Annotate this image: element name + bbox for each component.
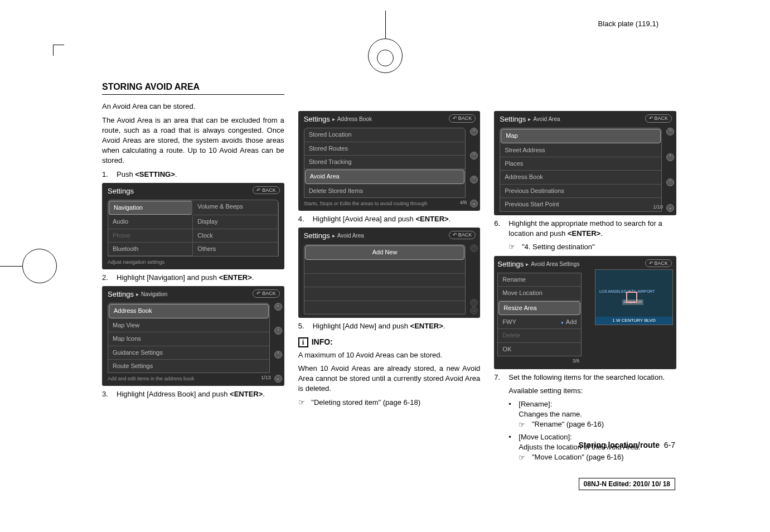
step-number: 4. <box>298 214 307 224</box>
scroll-down-button[interactable]: ˅ <box>274 351 282 359</box>
page-indicator: 3/6 <box>497 356 582 366</box>
nav-menu: Address Book Map View Map Icons Guidance… <box>108 303 270 373</box>
menu-empty <box>304 287 466 301</box>
bullet-icon: • <box>509 432 513 463</box>
step-number: 7. <box>494 373 503 383</box>
column-2: Settings ▸ Address Book ↶ BACK Stored Lo… <box>298 81 481 465</box>
info-body-1: A maximum of 10 Avoid Areas can be store… <box>298 350 481 360</box>
step-text: Highlight [Navigation] and push <ENTER>. <box>117 273 284 283</box>
step-text: Highlight [Add New] and push <ENTER>. <box>313 321 481 331</box>
menu-previous-start-point[interactable]: Previous Start Point <box>500 198 661 211</box>
scroll-bottom-button[interactable]: ⌄ <box>470 200 478 207</box>
screen-title: Settings <box>108 186 134 196</box>
avoid-settings-menu: Rename Move Location Resize Area FWY Add… <box>497 273 582 356</box>
menu-volume-beeps[interactable]: Volume & Beeps <box>193 200 278 215</box>
crop-mark-left <box>6 244 50 288</box>
back-button[interactable]: ↶ BACK <box>253 289 280 298</box>
menu-stored-location[interactable]: Stored Location <box>304 128 466 142</box>
item-rename-ref: ☞ "Rename" (page 6-16) <box>519 419 604 430</box>
scroll-bottom-button[interactable]: ⌄ <box>666 204 674 212</box>
menu-stored-tracking[interactable]: Stored Tracking <box>304 156 466 169</box>
column-3: Settings ▸ Avoid Area ↶ BACK Map Street … <box>494 81 676 465</box>
menu-address-book[interactable]: Address Book <box>109 304 269 318</box>
breadcrumb: Address Book <box>337 115 372 123</box>
scroll-top-button[interactable]: ⌃ <box>666 128 674 136</box>
menu-audio[interactable]: Audio <box>108 215 193 229</box>
back-button[interactable]: ↶ BACK <box>645 114 672 123</box>
screen-title: Settings <box>304 114 330 124</box>
scroll-bottom-button: ⌄ <box>470 307 478 315</box>
step-3: 3. Highlight [Address Book] and push <EN… <box>102 389 284 399</box>
info-heading: i INFO: <box>298 337 481 348</box>
scroll-controls: ⌃ ˅ ⌄ <box>470 244 478 315</box>
location-menu: Map Street Address Places Address Book P… <box>500 128 662 211</box>
info-label: INFO: <box>312 337 333 348</box>
breadcrumb: Navigation <box>141 291 167 298</box>
back-button[interactable]: ↶ BACK <box>449 231 476 239</box>
back-button[interactable]: ↶ BACK <box>253 186 280 195</box>
step-number: 1. <box>102 170 111 180</box>
scroll-bottom-button[interactable]: ⌄ <box>274 375 282 383</box>
menu-empty <box>304 274 466 287</box>
screen-settings-main: Settings ↶ BACK Navigation Volume & Beep… <box>102 183 284 269</box>
fwy-add-option[interactable]: Add <box>561 318 577 326</box>
menu-resize-area[interactable]: Resize Area <box>498 301 580 315</box>
menu-delete[interactable]: Delete <box>498 329 581 342</box>
back-button[interactable]: ↶ BACK <box>645 259 672 268</box>
menu-street-address[interactable]: Street Address <box>500 144 661 157</box>
menu-fwy[interactable]: FWY Add <box>498 316 581 329</box>
page-indicator: 4/6 <box>460 199 467 206</box>
menu-address-book[interactable]: Address Book <box>500 171 661 184</box>
screen-title: Settings <box>304 231 330 241</box>
menu-avoid-area[interactable]: Avoid Area <box>305 170 465 183</box>
scroll-top-button[interactable]: ⌃ <box>470 128 478 136</box>
scroll-up-button[interactable]: ˄ <box>274 327 282 335</box>
menu-stored-routes[interactable]: Stored Routes <box>304 142 466 156</box>
step-6: 6. Highlight the appropriate method to s… <box>494 219 676 239</box>
avoid-area-box <box>626 292 637 303</box>
back-button[interactable]: ↶ BACK <box>449 114 476 123</box>
step-1: 1. Push <SETTING>. <box>102 170 284 180</box>
menu-rename[interactable]: Rename <box>498 273 581 287</box>
breadcrumb: Avoid Area <box>533 115 560 123</box>
scroll-up-button[interactable]: ˄ <box>666 153 674 161</box>
reference-icon: ☞ <box>519 420 530 430</box>
menu-previous-destinations[interactable]: Previous Destinations <box>500 185 661 198</box>
menu-guidance-settings[interactable]: Guidance Settings <box>108 346 269 360</box>
reference-icon: ☞ <box>519 453 530 463</box>
menu-display[interactable]: Display <box>193 215 278 229</box>
breadcrumb: Avoid Area Settings <box>531 260 579 268</box>
step-6-ref: ☞ "4. Setting destination" <box>509 242 676 253</box>
scroll-down-button[interactable]: ˅ <box>470 176 478 183</box>
menu-navigation[interactable]: Navigation <box>109 201 192 215</box>
menu-ok[interactable]: OK <box>498 343 581 356</box>
scroll-up-button[interactable]: ˄ <box>470 152 478 159</box>
step-number: 5. <box>298 321 307 331</box>
menu-add-new[interactable]: Add New <box>305 245 465 259</box>
reference-icon: ☞ <box>509 242 520 252</box>
menu-others[interactable]: Others <box>193 243 278 256</box>
info-icon: i <box>298 337 308 347</box>
menu-phone[interactable]: Phone <box>108 229 193 243</box>
scroll-down-button[interactable]: ˅ <box>666 178 674 186</box>
page-indicator: 1/13 <box>261 374 271 381</box>
menu-map-view[interactable]: Map View <box>108 319 269 332</box>
map-location-label: 1 W CENTURY BLVD <box>595 317 672 325</box>
menu-delete-stored-items[interactable]: Delete Stored Items <box>304 185 466 197</box>
menu-places[interactable]: Places <box>500 157 661 171</box>
menu-bluetooth[interactable]: Bluetooth <box>108 243 193 256</box>
menu-route-settings[interactable]: Route Settings <box>108 360 269 373</box>
screen-avoid-area-add: Settings ▸ Avoid Area ↶ BACK Add New ⌃ ˅… <box>298 228 481 318</box>
scroll-controls: ⌃ ˄ ˅ ⌄ <box>666 128 674 212</box>
crop-mark-top <box>363 22 408 66</box>
scroll-controls: ⌃ ˄ ˅ ⌄ <box>470 128 478 207</box>
screen-settings-navigation: Settings ▸ Navigation ↶ BACK Address Boo… <box>102 286 284 386</box>
screen-title: Settings <box>108 289 134 299</box>
menu-move-location[interactable]: Move Location <box>498 287 581 300</box>
scroll-top-button[interactable]: ⌃ <box>274 303 282 311</box>
page-indicator: 1/10 <box>653 204 663 211</box>
menu-map[interactable]: Map <box>501 129 661 143</box>
menu-map-icons[interactable]: Map Icons <box>108 332 269 346</box>
menu-clock[interactable]: Clock <box>193 229 278 243</box>
step-number: 3. <box>102 389 111 399</box>
